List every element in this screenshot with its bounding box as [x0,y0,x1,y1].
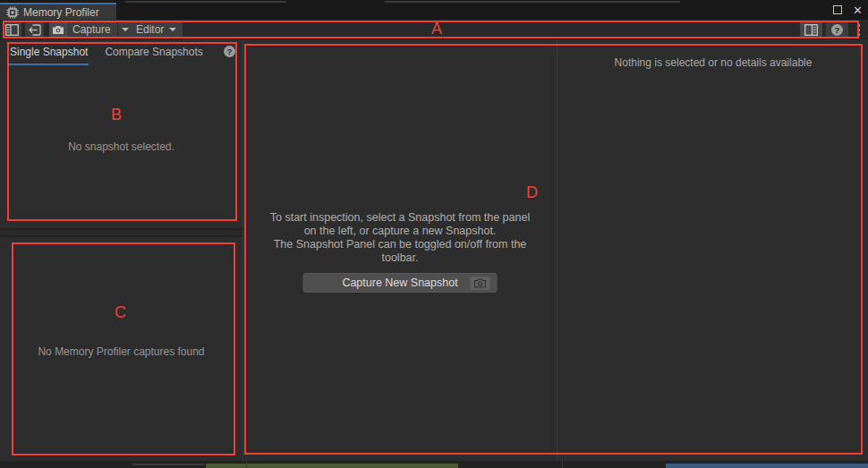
snapshot-sidebar: Single Snapshot Compare Snapshots ? No s… [0,39,243,461]
inspection-instructions: To start inspection, select a Snapshot f… [243,211,557,265]
toolbar: Capture Editor ? [0,20,868,39]
capture-label: Capture [67,23,117,36]
no-captures-message: No Memory Profiler captures found [0,345,243,358]
toolbar-help-button[interactable]: ? [826,21,848,38]
tab-title: Memory Profiler [23,6,99,19]
clipped-content-above [125,1,286,3]
snapshot-tabs: Single Snapshot Compare Snapshots [0,39,243,67]
details-panel-toggle-button[interactable] [800,21,822,38]
maximize-button[interactable] [833,5,842,14]
capture-new-snapshot-label: Capture New Snapshot [342,277,457,289]
camera-icon [471,277,490,290]
sidebar-splitter[interactable] [0,228,243,237]
details-panel: Nothing is selected or no details availa… [558,39,868,461]
close-button[interactable]: ✕ [853,4,863,16]
memory-chip-icon [6,6,19,19]
help-icon: ? [831,24,843,36]
snapshot-help-icon[interactable]: ? [224,46,235,57]
capture-dropdown-button[interactable]: Capture [49,21,132,38]
clipped-content-above [385,1,680,3]
chevron-down-icon [169,28,176,31]
memory-profiler-window: Memory Profiler ✕ [0,0,868,468]
window-menu-button[interactable] [819,2,822,18]
kebab-menu-icon [857,29,860,31]
details-empty-message: Nothing is selected or no details availa… [558,56,868,69]
capture-new-snapshot-button[interactable]: Capture New Snapshot [303,273,498,293]
import-snapshot-button[interactable] [25,21,44,38]
no-snapshot-message: No snapshot selected. [0,140,243,153]
tab-memory-profiler[interactable]: Memory Profiler [0,3,116,20]
import-icon [28,24,41,36]
camera-icon [49,21,67,38]
clipped-content-below [0,461,868,468]
toolbar-menu-button[interactable] [852,21,865,38]
snapshot-panel-toggle-button[interactable] [3,21,21,38]
editor-target-dropdown[interactable]: Editor [130,21,183,38]
editor-label: Editor [136,23,164,36]
sidebar-panel-icon [5,24,19,36]
window-tab-bar: Memory Profiler ✕ [0,0,868,20]
inspection-panel: To start inspection, select a Snapshot f… [243,39,557,461]
details-panel-icon [804,24,818,36]
tab-compare-snapshots[interactable]: Compare Snapshots [104,46,203,64]
window-controls: ✕ [819,2,863,18]
tab-single-snapshot[interactable]: Single Snapshot [9,46,89,65]
